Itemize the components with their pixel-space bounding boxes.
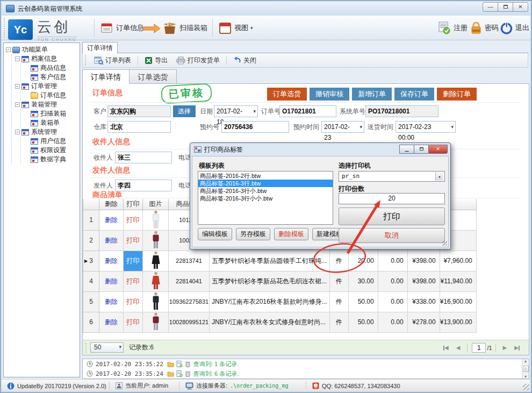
tree-item[interactable]: 装箱单 xyxy=(24,118,80,127)
order-info-button[interactable]: 订单信息 xyxy=(100,20,144,36)
print-row-link[interactable]: 打印 xyxy=(127,237,140,244)
select-customer-button[interactable]: 选择 xyxy=(173,105,196,117)
minimize-button[interactable]: — xyxy=(483,2,498,12)
next-page-button[interactable]: ▶ xyxy=(499,345,511,351)
trash-icon[interactable] xyxy=(184,361,191,367)
print-row-link[interactable]: 打印 xyxy=(127,298,140,305)
cancel-audit-button[interactable]: 撤销审核 xyxy=(310,88,349,101)
dialog-resize-grip[interactable] xyxy=(442,241,447,246)
folder-icon[interactable] xyxy=(167,370,174,377)
cancel-button[interactable]: 取消 xyxy=(339,228,445,243)
close-button[interactable]: ✕ xyxy=(513,2,528,12)
date-combo[interactable]: 2017-02-18 xyxy=(214,105,258,117)
tree-group[interactable]: − 订单管理 xyxy=(15,82,80,91)
collapse-icon[interactable]: − xyxy=(15,102,20,107)
cell-qty: 50.00 xyxy=(348,312,378,332)
order-pick-button[interactable]: 订单选货 xyxy=(267,88,307,101)
save-order-button[interactable]: 保存订单 xyxy=(394,88,434,101)
tab-order-pick[interactable]: 订单选货 xyxy=(130,69,177,84)
tree-group[interactable]: − 档案信息 xyxy=(15,54,80,63)
tree-root[interactable]: − 功能菜单 xyxy=(6,45,80,54)
collapse-icon[interactable]: − xyxy=(6,47,11,52)
password-button[interactable]: 密码 xyxy=(470,20,499,36)
document-tab-order-detail[interactable]: 订单详情 xyxy=(82,42,118,53)
template-item[interactable]: 商品标签-2016-3行小.btw xyxy=(198,187,333,195)
exit-icon xyxy=(500,22,513,34)
booking-no-field[interactable]: 20756436 xyxy=(221,121,289,133)
tree-item[interactable]: 用户信息 xyxy=(24,137,80,146)
delete-template-button[interactable]: 删除模板 xyxy=(274,228,308,240)
template-item[interactable]: 商品标签-2016-3行小小.btw xyxy=(198,195,333,202)
dialog-minimize-button[interactable]: ▁ xyxy=(399,145,414,154)
printer-combo[interactable]: pr_sn xyxy=(339,171,445,182)
log-scrollbar[interactable]: ▲≡▼ xyxy=(522,359,529,378)
warehouse-field[interactable]: 北京 xyxy=(107,121,171,133)
cell-unit: 件 xyxy=(329,312,348,332)
tree-group[interactable]: − 装箱管理 xyxy=(15,100,80,109)
register-button[interactable]: 注册 xyxy=(438,20,468,36)
page-size-combo[interactable]: 50 xyxy=(90,342,124,353)
tree-item[interactable]: 数据字典 xyxy=(24,155,80,164)
sys-no-field[interactable]: PO170218001 xyxy=(365,105,438,117)
print-row-link[interactable]: 打印 xyxy=(127,216,140,224)
customer-field[interactable]: 京东闪购 xyxy=(107,105,171,117)
resize-grip[interactable] xyxy=(523,384,529,390)
delivery-time-picker[interactable]: 2017-02-23 00:00 xyxy=(396,121,456,133)
edit-template-button[interactable]: 编辑模板 xyxy=(198,228,232,240)
template-item[interactable]: 商品标签-2016-2行.btw xyxy=(198,172,333,180)
first-page-button[interactable]: ◀ xyxy=(440,345,452,351)
tree-item[interactable]: 扫描装箱 xyxy=(24,109,80,118)
dialog-close-button[interactable]: ✕ xyxy=(428,145,448,154)
delete-row-link[interactable]: 删除 xyxy=(105,216,118,224)
form-icon xyxy=(31,138,38,145)
order-list-button[interactable]: 订单列表 xyxy=(90,54,135,66)
tree-item[interactable]: 订单信息 xyxy=(24,91,80,100)
close-view-button[interactable]: 关闭 xyxy=(229,54,261,66)
delete-order-button[interactable]: 删除订单 xyxy=(437,88,477,101)
view-button[interactable]: 视图▾ xyxy=(219,20,253,36)
template-item[interactable]: 商品标签-2016-3行.btw xyxy=(198,180,333,187)
tree-item[interactable]: 商品信息 xyxy=(24,63,80,73)
tree-item[interactable]: 客户信息 xyxy=(24,73,80,82)
page-number-input[interactable]: 1 xyxy=(472,343,486,353)
last-page-button[interactable]: ▶ xyxy=(511,345,523,351)
document-add-icon[interactable] xyxy=(176,361,183,367)
collapse-icon[interactable]: − xyxy=(15,84,20,89)
tree-item[interactable]: 权限设置 xyxy=(24,146,80,155)
print-invoice-button[interactable]: 打印发货单 xyxy=(172,54,224,66)
sender-field[interactable]: 李四 xyxy=(115,180,172,191)
order-no-field[interactable]: O17021801 xyxy=(279,105,336,117)
print-row-link[interactable]: 打印 xyxy=(127,318,140,326)
receiver-field[interactable]: 张三 xyxy=(115,152,172,163)
trash-icon[interactable] xyxy=(184,370,191,377)
export-button[interactable]: 导出 xyxy=(140,54,172,66)
tab-order-detail[interactable]: 订单详情 xyxy=(82,69,130,84)
delete-row-link[interactable]: 删除 xyxy=(105,318,118,326)
collapse-icon[interactable]: − xyxy=(15,130,20,134)
delete-row-link[interactable]: 删除 xyxy=(105,257,118,265)
delete-row-link[interactable]: 删除 xyxy=(105,237,118,244)
exit-button[interactable]: 退出 xyxy=(500,20,529,36)
collapse-icon[interactable]: − xyxy=(15,56,20,61)
booking-time-label: 预约时间 xyxy=(293,121,319,133)
maximize-button[interactable] xyxy=(498,2,513,12)
template-listbox[interactable]: 商品标签-2016-2行.btw商品标签-2016-3行.btw商品标签-201… xyxy=(198,171,333,225)
new-order-button[interactable]: 新增订单 xyxy=(352,88,392,101)
delete-row-link[interactable]: 删除 xyxy=(105,298,118,305)
clock-icon xyxy=(87,370,94,377)
print-label-dialog: 打印商品标签 ▁ ✕ 模板列表 商品标签-2016-2行.btw商品标签-201… xyxy=(190,142,451,249)
booking-time-combo[interactable]: 2017-02-23 xyxy=(321,121,364,133)
copies-input[interactable]: 20 xyxy=(339,193,445,204)
document-add-icon[interactable] xyxy=(176,370,183,377)
prev-page-button[interactable]: ◀ xyxy=(452,345,464,351)
tree-group[interactable]: − 系统管理 xyxy=(15,127,80,137)
clock-icon xyxy=(87,361,94,367)
scan-pack-button[interactable]: 扫描装箱 xyxy=(163,20,207,36)
delete-row-link[interactable]: 删除 xyxy=(105,277,118,285)
dialog-maximize-button[interactable] xyxy=(414,145,429,154)
folder-icon[interactable] xyxy=(167,361,174,367)
print-button[interactable]: 打印 xyxy=(339,208,445,225)
print-row-link[interactable]: 打印 xyxy=(127,257,140,265)
print-row-link[interactable]: 打印 xyxy=(127,277,140,285)
save-as-template-button[interactable]: 另存模板 xyxy=(236,228,270,240)
